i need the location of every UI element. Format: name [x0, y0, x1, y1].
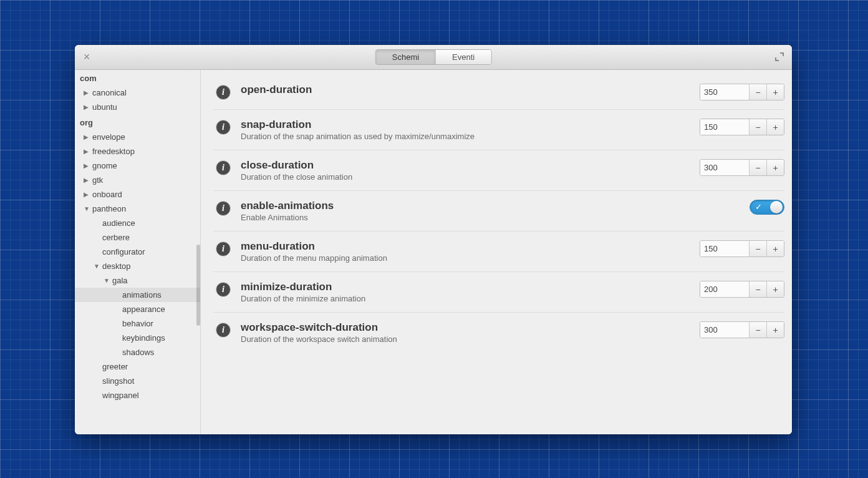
- workspace-switch-duration-input[interactable]: [700, 322, 749, 338]
- minimize-duration-stepper: −+: [700, 281, 784, 298]
- tree-item-label: audience: [102, 218, 135, 228]
- tree-item[interactable]: ▼gala: [75, 273, 200, 288]
- tree-item[interactable]: ▶slingshot: [75, 374, 200, 388]
- setting-title: workspace-switch-duration: [241, 321, 692, 334]
- chevron-right-icon: ▶: [84, 177, 90, 183]
- workspace-switch-duration-stepper: −+: [700, 321, 784, 338]
- info-icon[interactable]: i: [216, 85, 231, 100]
- tree-item-label: greeter: [102, 362, 128, 371]
- setting-row-workspace-switch-duration: iworkspace-switch-durationDuration of th…: [213, 313, 784, 353]
- setting-desc: Duration of the close animation: [241, 172, 692, 182]
- tree-item[interactable]: ▶appearance: [75, 302, 200, 316]
- maximize-icon[interactable]: [774, 52, 786, 63]
- close-icon[interactable]: ×: [81, 52, 92, 63]
- setting-title: close-duration: [241, 159, 692, 172]
- app-window: × Schemi Eventi com ▶canonical ▶ubuntu o…: [75, 45, 792, 434]
- tree-group: com: [75, 70, 200, 85]
- increment-button[interactable]: +: [766, 160, 784, 175]
- chevron-right-icon: ▶: [84, 148, 90, 155]
- increment-button[interactable]: +: [766, 322, 784, 338]
- tree-item[interactable]: ▼desktop: [75, 259, 200, 273]
- increment-button[interactable]: +: [766, 241, 784, 256]
- tree-item-label: keybindings: [122, 333, 165, 343]
- chevron-right-icon: ▶: [84, 134, 90, 140]
- setting-row-enable-animations: ienable-animationsEnable Animations✓: [213, 191, 784, 232]
- info-icon[interactable]: i: [216, 241, 231, 256]
- toggle-knob: [770, 201, 783, 213]
- info-icon[interactable]: i: [216, 160, 231, 175]
- decrement-button[interactable]: −: [749, 241, 766, 256]
- tree-item-label: shadows: [122, 348, 154, 357]
- tree-item[interactable]: ▶shadows: [75, 345, 200, 359]
- increment-button[interactable]: +: [766, 281, 784, 297]
- tree-item[interactable]: ▶envelope: [75, 130, 200, 144]
- increment-button[interactable]: +: [766, 119, 784, 135]
- setting-desc: Duration of the snap animation as used b…: [241, 132, 692, 141]
- setting-desc: Duration of the minimize animation: [241, 294, 692, 303]
- tree-item[interactable]: ▶gtk: [75, 173, 200, 187]
- chevron-right-icon: ▶: [84, 89, 90, 96]
- settings-panel: iopen-duration−+isnap-durationDuration o…: [201, 70, 792, 434]
- setting-desc: Enable Animations: [241, 213, 742, 222]
- tree-item-animations[interactable]: ▶animations: [75, 288, 200, 302]
- tree-item-label: animations: [122, 290, 162, 300]
- titlebar: × Schemi Eventi: [75, 45, 792, 70]
- tree-item-label: envelope: [92, 132, 125, 142]
- tree-item-label: pantheon: [92, 204, 126, 213]
- tree-item-label: canonical: [92, 88, 127, 97]
- tree-item[interactable]: ▶audience: [75, 216, 200, 230]
- tree-item-label: configurator: [102, 247, 145, 256]
- close-duration-stepper: −+: [700, 159, 784, 176]
- tree-item[interactable]: ▶onboard: [75, 187, 200, 202]
- setting-title: snap-duration: [241, 119, 692, 131]
- tree-item-label: ubuntu: [92, 102, 117, 112]
- tree-item[interactable]: ▶freedesktop: [75, 144, 200, 159]
- view-toggle: Schemi Eventi: [375, 49, 492, 65]
- open-duration-input[interactable]: [700, 84, 749, 100]
- setting-row-snap-duration: isnap-durationDuration of the snap anima…: [213, 110, 784, 150]
- tree-item-label: cerbere: [102, 233, 130, 242]
- tab-eventi[interactable]: Eventi: [436, 50, 491, 64]
- info-icon[interactable]: i: [216, 323, 231, 338]
- snap-duration-stepper: −+: [700, 119, 784, 135]
- increment-button[interactable]: +: [766, 84, 784, 100]
- tree-item-label: appearance: [122, 305, 165, 314]
- tree-item[interactable]: ▼pantheon: [75, 202, 200, 216]
- close-duration-input[interactable]: [700, 160, 749, 175]
- tree-item-label: desktop: [102, 261, 131, 271]
- decrement-button[interactable]: −: [749, 119, 766, 135]
- decrement-button[interactable]: −: [749, 84, 766, 100]
- info-icon[interactable]: i: [216, 120, 231, 135]
- decrement-button[interactable]: −: [749, 160, 766, 175]
- menu-duration-input[interactable]: [700, 241, 749, 256]
- tree-item[interactable]: ▶ubuntu: [75, 100, 200, 114]
- tree-item[interactable]: ▶greeter: [75, 359, 200, 374]
- tree-item[interactable]: ▶configurator: [75, 245, 200, 259]
- tree-item[interactable]: ▶gnome: [75, 159, 200, 173]
- schema-tree[interactable]: com ▶canonical ▶ubuntu org ▶envelope ▶fr…: [75, 70, 201, 434]
- snap-duration-input[interactable]: [700, 119, 749, 135]
- chevron-right-icon: ▶: [84, 104, 90, 110]
- tree-item-label: gtk: [92, 175, 103, 185]
- tab-schemi[interactable]: Schemi: [376, 50, 436, 64]
- chevron-down-icon: ▼: [84, 205, 90, 212]
- tree-item[interactable]: ▶canonical: [75, 85, 200, 100]
- tree-item-label: slingshot: [102, 376, 134, 386]
- tree-item[interactable]: ▶keybindings: [75, 331, 200, 345]
- chevron-down-icon: ▼: [94, 263, 100, 270]
- chevron-right-icon: ▶: [84, 162, 90, 169]
- tree-item[interactable]: ▶cerbere: [75, 230, 200, 245]
- tree-item-label: onboard: [92, 190, 122, 199]
- tree-item[interactable]: ▶wingpanel: [75, 388, 200, 402]
- decrement-button[interactable]: −: [749, 322, 766, 338]
- tree-item-label: gnome: [92, 161, 117, 170]
- setting-title: enable-animations: [241, 200, 742, 212]
- chevron-right-icon: ▶: [84, 191, 90, 198]
- tree-item[interactable]: ▶behavior: [75, 316, 200, 331]
- minimize-duration-input[interactable]: [700, 281, 749, 297]
- enable-animations-toggle[interactable]: ✓: [750, 200, 784, 215]
- tree-item-label: behavior: [122, 319, 153, 328]
- decrement-button[interactable]: −: [749, 281, 766, 297]
- info-icon[interactable]: i: [216, 282, 231, 297]
- info-icon[interactable]: i: [216, 201, 231, 216]
